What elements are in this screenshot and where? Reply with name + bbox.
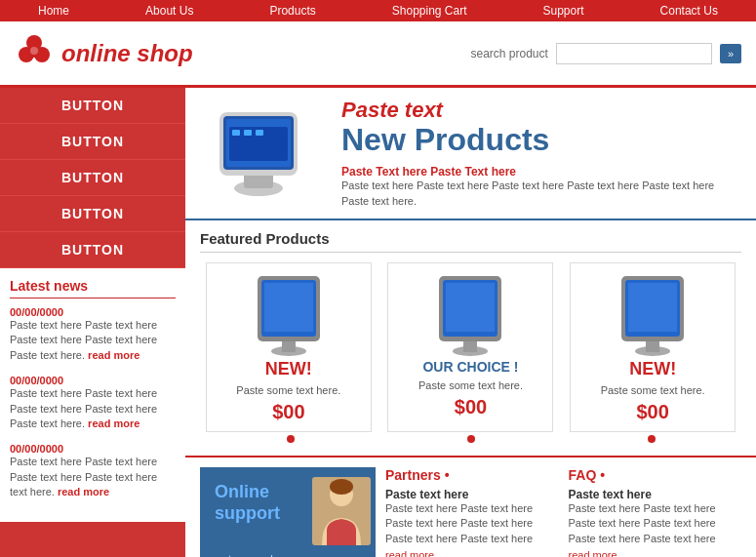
read-more-3[interactable]: read more (58, 486, 109, 497)
news-date-2: 00/00/0000 (10, 375, 176, 386)
read-more-1[interactable]: read more (88, 349, 139, 361)
nav-contact[interactable]: Contact Us (651, 4, 728, 18)
svg-point-31 (330, 479, 353, 495)
product-text-2: Paste some text here. (396, 379, 544, 391)
nav-about[interactable]: About Us (136, 4, 203, 18)
nav-products[interactable]: Products (259, 4, 325, 18)
faq-read-more[interactable]: read more (569, 549, 742, 557)
dot-2 (467, 435, 475, 443)
product-card-3: NEW! Paste some text here. $00 (570, 262, 736, 432)
partners-body-text: Paste text here Paste text here Paste te… (385, 501, 559, 546)
main-layout: BUTTON BUTTON BUTTON BUTTON BUTTON Lates… (0, 88, 756, 557)
product-text-3: Paste some text here. (578, 384, 727, 396)
hero-headline: New Products (341, 123, 736, 157)
logo-icon (15, 31, 54, 75)
faq-title: FAQ (569, 467, 742, 483)
support-person-image (312, 477, 371, 545)
svg-rect-23 (446, 283, 495, 332)
news-text-3: Paste text here Paste text here Paste te… (10, 455, 176, 499)
svg-point-4 (30, 47, 38, 55)
featured-section: Featured Products NEW! Paste some text h… (185, 220, 756, 456)
site-header: online shop search product » (0, 21, 756, 88)
search-area: search product » (470, 43, 741, 64)
hero-text: Paste text New Products Paste Text here … (322, 98, 736, 209)
product-card-2: OUR CHOICE ! Paste some text here. $00 (387, 262, 553, 432)
search-input[interactable] (556, 43, 712, 64)
news-item-3: 00/00/0000 Paste text here Paste text he… (10, 443, 176, 499)
faq-section: FAQ Paste text here Paste text here Past… (569, 467, 742, 557)
product-price-1: $00 (215, 401, 363, 423)
latest-news-title: Latest news (10, 278, 176, 298)
partners-bold-text: Paste text here (385, 488, 559, 501)
product-card-1: NEW! Paste some text here. $00 (206, 262, 372, 432)
svg-rect-11 (232, 130, 240, 136)
logo-shop: shop (137, 40, 192, 66)
faq-bold-text: Paste text here (569, 488, 742, 501)
hero-desc-body: Paste text here Paste text here Paste te… (341, 179, 736, 209)
news-text-1: Paste text here Paste text here Paste te… (10, 318, 176, 363)
news-item-2: 00/00/0000 Paste text here Paste text he… (10, 375, 176, 431)
hero-paste-label: Paste text (341, 98, 736, 123)
product-text-1: Paste some text here. (215, 384, 363, 396)
search-label: search product (470, 47, 547, 60)
hero-image (205, 102, 322, 203)
dot-divider (200, 432, 741, 446)
svg-rect-12 (244, 130, 252, 136)
support-box: Online support enter now ! (200, 467, 376, 557)
hero-description: Paste Text here Paste Text here Paste te… (341, 165, 736, 209)
partners-title: Partners (385, 467, 559, 483)
dot-3 (648, 435, 656, 443)
svg-rect-18 (264, 283, 313, 332)
news-date-1: 00/00/0000 (10, 306, 176, 318)
partners-section: Partners Paste text here Paste text here… (385, 467, 559, 557)
sidebar-btn-1[interactable]: BUTTON (0, 88, 185, 124)
hero-section: Paste text New Products Paste Text here … (185, 88, 756, 220)
nav-support[interactable]: Support (534, 4, 594, 18)
faq-body-text: Paste text here Paste text here Paste te… (569, 501, 742, 546)
sidebar-btn-5[interactable]: BUTTON (0, 232, 185, 268)
nav-home[interactable]: Home (28, 4, 79, 18)
sidebar-news: Latest news 00/00/0000 Paste text here P… (0, 268, 185, 522)
bottom-sections: Online support enter now ! (185, 456, 756, 557)
partners-read-more[interactable]: read more (385, 549, 559, 557)
products-grid: NEW! Paste some text here. $00 OUR CHOIC… (200, 262, 741, 432)
product-badge-2: OUR CHOICE ! (396, 359, 544, 375)
nav-cart[interactable]: Shopping Cart (382, 4, 477, 18)
sidebar-btn-3[interactable]: BUTTON (0, 160, 185, 196)
svg-rect-28 (628, 283, 677, 332)
news-item-1: 00/00/0000 Paste text here Paste text he… (10, 306, 176, 363)
featured-title: Featured Products (200, 230, 741, 253)
news-date-3: 00/00/0000 (10, 443, 176, 455)
read-more-2[interactable]: read more (88, 418, 139, 429)
product-price-2: $00 (396, 396, 544, 418)
product-price-3: $00 (578, 401, 727, 423)
product-badge-3: NEW! (578, 359, 727, 379)
svg-rect-13 (256, 130, 263, 136)
sidebar-btn-2[interactable]: BUTTON (0, 124, 185, 160)
support-enter-text[interactable]: enter now ! (215, 553, 361, 557)
hero-desc-title: Paste Text here Paste Text here (341, 165, 736, 179)
search-button[interactable]: » (720, 44, 741, 63)
top-navigation: Home About Us Products Shopping Cart Sup… (0, 0, 756, 21)
logo-text: online shop (61, 40, 193, 67)
news-text-2: Paste text here Paste text here Paste te… (10, 386, 176, 431)
logo: online shop (15, 31, 193, 75)
sidebar-btn-4[interactable]: BUTTON (0, 196, 185, 232)
logo-online: online (61, 40, 137, 66)
product-badge-1: NEW! (215, 359, 363, 379)
dot-1 (287, 435, 295, 443)
main-content: Paste text New Products Paste Text here … (185, 88, 756, 557)
sidebar: BUTTON BUTTON BUTTON BUTTON BUTTON Lates… (0, 88, 185, 557)
